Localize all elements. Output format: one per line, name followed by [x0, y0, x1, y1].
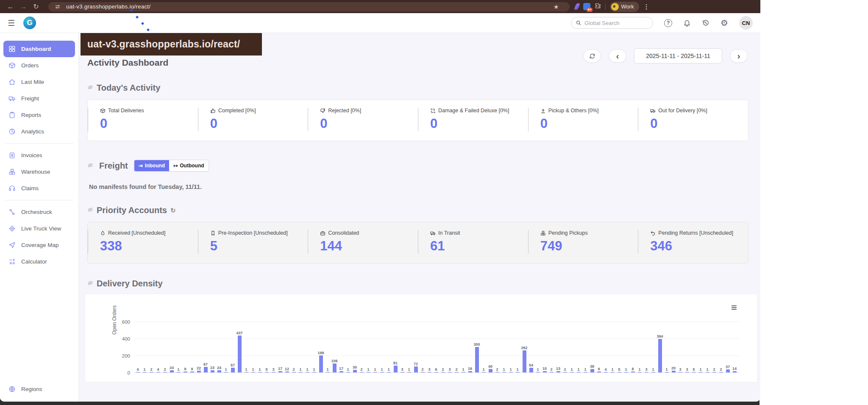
- sidebar-item[interactable]: Warehouse: [3, 164, 75, 180]
- chart-bar[interactable]: 1: [345, 367, 351, 373]
- chart-bar[interactable]: 1: [304, 367, 311, 373]
- sidebar-item[interactable]: Invoices: [3, 147, 75, 164]
- chart-bar[interactable]: 24: [216, 366, 223, 372]
- history-icon[interactable]: [702, 19, 709, 27]
- chart-bar[interactable]: 1: [568, 367, 575, 373]
- chart-bar[interactable]: 38: [589, 364, 595, 372]
- profile-button[interactable]: Work: [610, 2, 639, 12]
- chart-bar[interactable]: 2: [148, 367, 155, 373]
- chart-bar[interactable]: 2: [453, 367, 460, 373]
- feather-extension-icon[interactable]: [574, 3, 580, 11]
- chart-bar[interactable]: 1: [406, 367, 412, 373]
- chart-bar[interactable]: 14: [731, 366, 738, 372]
- chart-bar[interactable]: 1: [623, 367, 629, 373]
- chart-bar[interactable]: 8: [629, 367, 636, 372]
- chart-bar[interactable]: 2: [358, 367, 365, 373]
- site-settings-icon[interactable]: [53, 3, 62, 11]
- extension-icon[interactable]: 9+: [583, 3, 590, 10]
- chart-bar[interactable]: 1: [501, 367, 507, 373]
- chart-bar[interactable]: 54: [528, 363, 534, 372]
- chart-bar[interactable]: 24: [168, 366, 175, 372]
- chart-bar[interactable]: 20: [670, 366, 677, 372]
- chart-bar[interactable]: 1: [385, 367, 392, 373]
- refresh-button[interactable]: [583, 49, 601, 63]
- chart-bar[interactable]: 1: [372, 367, 378, 373]
- chart-bar[interactable]: 5: [263, 367, 270, 373]
- sidebar-item[interactable]: Reports: [3, 107, 75, 123]
- chart-bar[interactable]: 57: [229, 363, 236, 372]
- chart-bar[interactable]: 37: [724, 365, 731, 372]
- chart-bar[interactable]: 4: [134, 367, 141, 373]
- chart-bar[interactable]: 4: [602, 367, 609, 373]
- chart-bar[interactable]: 9: [182, 367, 189, 372]
- inbound-button[interactable]: ⇥Inbound: [134, 160, 169, 171]
- chart-bar[interactable]: 2: [440, 367, 446, 373]
- chart-bar[interactable]: 1: [514, 367, 521, 373]
- chart-bar[interactable]: 1: [663, 367, 670, 373]
- chart-bar[interactable]: 1: [223, 367, 229, 373]
- chart-bar[interactable]: 1: [609, 367, 616, 373]
- next-date-button[interactable]: ›: [730, 49, 748, 63]
- outbound-button[interactable]: ↦Outbound: [169, 160, 208, 171]
- extensions-puzzle-icon[interactable]: [595, 3, 601, 11]
- chart-bar[interactable]: 2: [711, 367, 718, 373]
- sidebar-item-regions[interactable]: Regions: [3, 381, 75, 397]
- chart-bar[interactable]: 1: [365, 367, 372, 373]
- settings-gear-icon[interactable]: ⚙: [721, 19, 728, 27]
- chart-bar[interactable]: 2: [562, 367, 568, 373]
- chart-bar[interactable]: 3: [643, 367, 650, 373]
- chart-bar[interactable]: 1: [324, 367, 331, 373]
- chart-bar[interactable]: 1: [256, 367, 263, 373]
- sidebar-item[interactable]: Orders: [3, 57, 75, 74]
- sidebar-item[interactable]: Dashboard: [3, 41, 75, 57]
- chart-bar[interactable]: 2: [419, 367, 426, 373]
- chart-bar[interactable]: 1: [507, 367, 514, 373]
- chart-bar[interactable]: 81: [392, 361, 399, 372]
- chart-bar[interactable]: 1: [480, 367, 487, 373]
- hide-section-icon[interactable]: [87, 162, 93, 169]
- chart-bar[interactable]: 1: [250, 367, 256, 373]
- url-text[interactable]: uat-v3.grasshopperlabs.io/react/: [66, 3, 150, 10]
- chart-bar[interactable]: 3: [426, 367, 433, 373]
- chart-bar[interactable]: 394: [657, 334, 663, 372]
- hide-section-icon[interactable]: [87, 207, 93, 214]
- chart-bar[interactable]: 1: [297, 367, 304, 373]
- priority-refresh-icon[interactable]: ↻: [170, 207, 176, 214]
- chart-bar[interactable]: 1: [378, 367, 385, 373]
- chart-bar[interactable]: 4: [155, 367, 161, 373]
- chart-bar[interactable]: 6: [433, 367, 440, 373]
- chart-bar[interactable]: 2: [494, 367, 501, 373]
- chart-bar[interactable]: 1: [575, 367, 582, 373]
- chart-bar[interactable]: 15: [541, 366, 548, 372]
- chart-bar[interactable]: 1: [175, 367, 182, 373]
- browser-menu-icon[interactable]: ⋮: [643, 3, 650, 11]
- hide-section-icon[interactable]: [87, 280, 93, 287]
- app-logo[interactable]: G: [23, 17, 36, 29]
- chart-bar[interactable]: 3: [684, 367, 690, 373]
- chart-bar[interactable]: 13: [555, 366, 562, 372]
- chart-bar[interactable]: 2: [548, 367, 555, 373]
- chart-menu-icon[interactable]: ≡: [731, 303, 737, 311]
- chart-bar[interactable]: 5: [616, 367, 623, 373]
- chart-bar[interactable]: 300: [473, 342, 480, 372]
- global-search-input[interactable]: Global Search: [571, 17, 653, 29]
- sidebar-item[interactable]: Claims: [3, 180, 75, 197]
- chart-bar[interactable]: 17: [277, 366, 284, 372]
- sidebar-item[interactable]: Analytics: [3, 123, 75, 140]
- sidebar-item[interactable]: Calculator: [3, 253, 75, 270]
- reload-icon[interactable]: ↻: [30, 3, 42, 11]
- chart-bar[interactable]: 9: [189, 367, 195, 372]
- chart-bar[interactable]: 2: [718, 367, 724, 373]
- chart-bar[interactable]: 1: [460, 367, 467, 373]
- sidebar-item[interactable]: Coverage Map: [3, 237, 75, 253]
- chart-bar[interactable]: 22: [195, 366, 202, 372]
- chart-bar[interactable]: 2: [161, 367, 168, 373]
- chart-bar[interactable]: 67: [202, 362, 209, 372]
- user-avatar[interactable]: CN: [739, 16, 753, 30]
- chart-bar[interactable]: 3: [399, 367, 406, 373]
- sidebar-item[interactable]: Freight: [3, 90, 75, 107]
- chart-bar[interactable]: 17: [338, 366, 345, 372]
- notifications-bell-icon[interactable]: [683, 19, 691, 27]
- chart-bar[interactable]: 1: [697, 367, 704, 373]
- chart-bar[interactable]: 437: [236, 331, 243, 372]
